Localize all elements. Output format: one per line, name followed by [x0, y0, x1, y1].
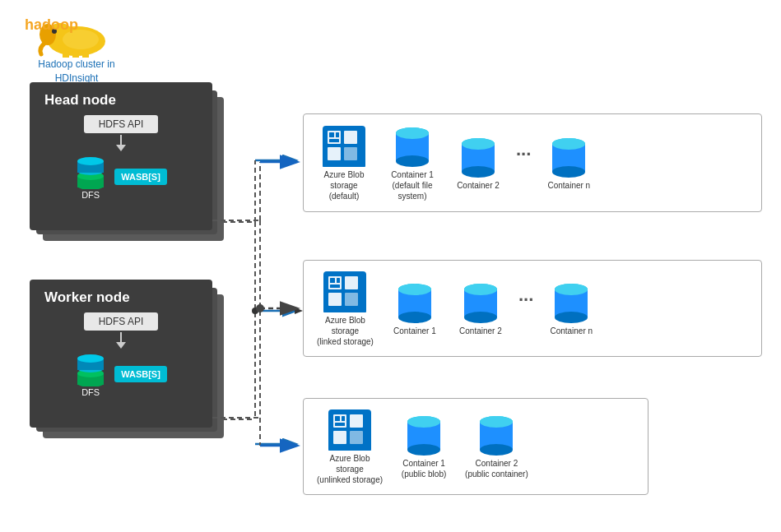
- container-1-default: Container 1 (default file system): [384, 125, 440, 201]
- head-node-box: Head node HDFS API DFS: [30, 82, 212, 230]
- cylinder-container2-linked: [463, 281, 499, 324]
- svg-rect-38: [336, 132, 339, 137]
- dots-linked: ···: [518, 289, 533, 311]
- worker-dfs-icon: [75, 350, 106, 386]
- svg-point-51: [552, 138, 585, 150]
- svg-point-46: [462, 166, 495, 178]
- dots-default: ···: [516, 144, 531, 165]
- svg-point-43: [396, 127, 429, 139]
- container-2-default: Container 2: [453, 136, 503, 191]
- containern-linked-label: Container n: [550, 326, 593, 336]
- hadoop-elephant-icon: hadoop: [23, 18, 130, 58]
- container-n-default: Container n: [544, 136, 593, 191]
- svg-rect-37: [329, 132, 334, 137]
- container1-default-label: Container 1 (default file system): [391, 169, 434, 201]
- svg-rect-79: [335, 423, 345, 426]
- containern-default-label: Container n: [547, 180, 590, 191]
- container-1-linked: Container 1: [387, 281, 443, 336]
- cylinder-container2-unlinked: [478, 414, 514, 456]
- svg-point-87: [480, 416, 513, 428]
- svg-rect-57: [330, 278, 335, 283]
- container-2-unlinked: Container 2 (public container): [465, 414, 528, 479]
- cylinder-containern-default: [551, 136, 587, 178]
- svg-point-83: [407, 416, 440, 428]
- worker-node-title: Worker node: [44, 289, 202, 306]
- svg-rect-54: [345, 276, 358, 289]
- svg-rect-56: [345, 293, 358, 306]
- blob-storage-unlinked: Azure Blob storage (unlinked storage): [317, 408, 383, 485]
- svg-rect-35: [328, 147, 341, 160]
- storage-section-default: Azure Blob storage (default) Container 1…: [303, 113, 762, 212]
- svg-point-47: [462, 138, 495, 150]
- cylinder-containern-linked: [553, 281, 589, 324]
- svg-point-50: [552, 166, 585, 178]
- svg-rect-75: [333, 431, 346, 444]
- cylinder-container1-default: [394, 125, 430, 168]
- head-hdfs-api: HDFS API: [84, 115, 158, 133]
- head-node-title: Head node: [44, 92, 202, 109]
- worker-hdfs-api: HDFS API: [84, 312, 158, 331]
- svg-rect-59: [330, 285, 340, 288]
- storage-section-linked: Azure Blob storage (linked storage) Cont…: [303, 260, 762, 357]
- svg-point-86: [480, 444, 513, 456]
- container1-linked-label: Container 1: [393, 326, 436, 336]
- svg-point-25: [77, 157, 104, 165]
- svg-rect-58: [337, 278, 340, 283]
- cylinder-container1-unlinked: [406, 414, 442, 456]
- svg-point-62: [398, 312, 431, 323]
- svg-rect-77: [335, 416, 340, 421]
- svg-rect-39: [329, 139, 339, 142]
- container2-linked-label: Container 2: [459, 326, 502, 336]
- blob-icon-unlinked: [327, 408, 373, 451]
- blob-storage-linked: Azure Blob storage (linked storage): [317, 270, 374, 347]
- hadoop-logo: hadoop Hadoop cluster in HDInsight: [23, 18, 130, 86]
- worker-dfs-label: DFS: [81, 387, 100, 397]
- hadoop-subtitle: Hadoop cluster in HDInsight: [23, 58, 130, 86]
- cylinder-container2-default: [460, 136, 496, 178]
- container1-unlinked-label: Container 1 (public blob): [402, 458, 446, 479]
- svg-point-66: [464, 312, 497, 323]
- svg-rect-15: [63, 51, 69, 58]
- svg-point-82: [407, 444, 440, 456]
- svg-point-63: [398, 284, 431, 295]
- svg-rect-34: [344, 131, 357, 144]
- svg-point-70: [555, 312, 588, 323]
- container-2-linked: Container 2: [456, 281, 505, 336]
- svg-point-94: [256, 304, 264, 312]
- svg-rect-76: [350, 431, 363, 444]
- svg-rect-74: [350, 414, 363, 428]
- svg-rect-17: [82, 51, 89, 58]
- container2-unlinked-label: Container 2 (public container): [465, 458, 528, 479]
- diagram: hadoop Hadoop cluster in HDInsight Head …: [0, 0, 781, 532]
- blob-default-label: Azure Blob storage (default): [324, 169, 365, 201]
- head-dfs-label: DFS: [81, 190, 100, 200]
- svg-point-8: [252, 308, 258, 314]
- head-wasb-box: WASB[S]: [114, 169, 167, 185]
- svg-point-31: [77, 354, 104, 363]
- blob-linked-label: Azure Blob storage (linked storage): [317, 315, 374, 347]
- svg-point-71: [555, 284, 588, 295]
- svg-text:hadoop: hadoop: [25, 18, 78, 33]
- container-n-linked: Container n: [546, 281, 596, 336]
- worker-node-box: Worker node HDFS API DFS WASB[S]: [30, 280, 212, 428]
- blob-unlinked-label: Azure Blob storage (unlinked storage): [317, 453, 383, 485]
- svg-rect-55: [328, 293, 342, 306]
- blob-icon-default: [321, 124, 367, 167]
- container-1-unlinked: Container 1 (public blob): [396, 414, 452, 479]
- svg-point-67: [464, 284, 497, 295]
- blob-icon-linked: [322, 270, 368, 312]
- worker-wasb-box: WASB[S]: [114, 366, 167, 382]
- blob-storage-default: Azure Blob storage (default): [317, 124, 371, 201]
- svg-rect-16: [72, 51, 79, 58]
- storage-section-unlinked: Azure Blob storage (unlinked storage) Co…: [303, 398, 649, 495]
- cylinder-container1-linked: [397, 281, 433, 324]
- container2-default-label: Container 2: [457, 180, 500, 191]
- head-dfs-icon: [75, 153, 106, 189]
- svg-marker-10: [295, 308, 303, 314]
- svg-rect-78: [342, 416, 345, 421]
- svg-point-42: [396, 155, 429, 167]
- svg-rect-36: [344, 147, 357, 160]
